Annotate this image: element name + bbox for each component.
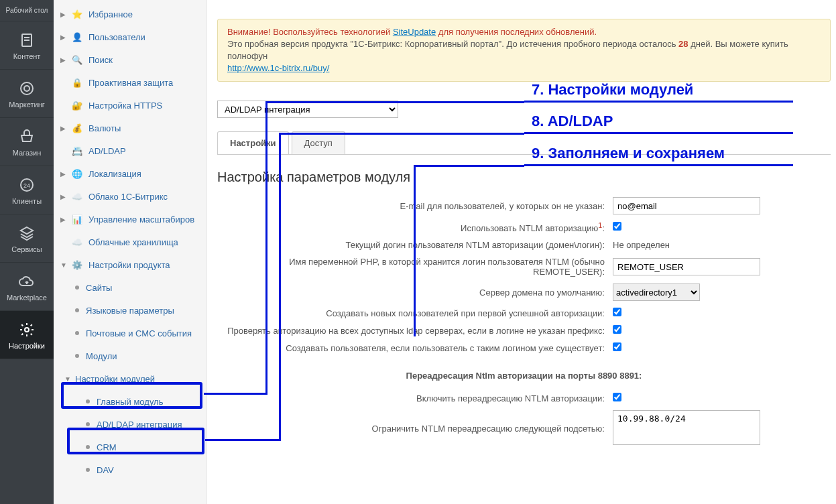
nav-mail-sms[interactable]: Почтовые и СМС события (54, 322, 206, 344)
cloud-icon: ☁️ (71, 190, 83, 202)
svg-point-7 (25, 328, 29, 332)
subnet-textarea[interactable]: 10.99.88.0/24 (613, 410, 760, 445)
nav-dav[interactable]: DAV (54, 458, 206, 481)
nav-currency[interactable]: ▶💰Валюты (54, 117, 206, 139)
rail-services[interactable]: Сервисы (0, 214, 54, 263)
nav-cloud[interactable]: ▶☁️Облако 1С-Битрикс (54, 185, 206, 208)
star-icon: ⭐ (71, 8, 83, 20)
gear-icon (19, 322, 35, 338)
nav-modules[interactable]: Модули (54, 344, 206, 367)
annotation-8-line (524, 132, 793, 134)
svg-text:24: 24 (23, 182, 30, 189)
subnet-label: Ограничить NTLM переадресацию следующей … (217, 424, 613, 434)
email-input[interactable] (613, 197, 760, 214)
check-all-checkbox[interactable] (613, 325, 621, 334)
create-exist-label: Создавать пользователя, если пользовател… (217, 343, 613, 353)
nav-localization[interactable]: ▶🌐Локализация (54, 162, 206, 185)
gear2-icon: ⚙️ (71, 259, 83, 271)
layers-icon (19, 225, 35, 241)
search-icon: 🔍 (71, 54, 83, 66)
scale-icon: 📊 (71, 213, 83, 225)
nav-security[interactable]: 🔒Проактивная защита (54, 71, 206, 94)
cloud2-icon: ☁️ (71, 236, 83, 248)
lock-icon: 🔒 (71, 76, 83, 88)
current-login-value: Не определен (613, 240, 831, 250)
nav-scale[interactable]: ▶📊Управление масштабиров (54, 208, 206, 231)
nav-https[interactable]: 🔐Настройка HTTPS (54, 94, 206, 117)
section-title: Настройка параметров модуля (217, 170, 831, 185)
annotation-7: 7. Настройки модулей (532, 81, 693, 99)
svg-point-3 (21, 82, 33, 94)
nav-users[interactable]: ▶👤Пользователи (54, 25, 206, 48)
ntlm-checkbox[interactable] (613, 222, 621, 231)
user-icon: 👤 (71, 31, 83, 43)
cloud-up-icon (19, 273, 35, 290)
ntlm-redirect-heading: Переадресация Ntlm авторизации на порты … (217, 371, 831, 381)
target-icon (19, 80, 35, 97)
alert-banner: Внимание! Воспользуйтесь технологией Sit… (217, 19, 831, 82)
annotation-7-line (524, 101, 793, 103)
rail-settings[interactable]: Настройки (0, 311, 54, 359)
nav-adldap[interactable]: 📇AD/LDAP (54, 139, 206, 162)
nav-search[interactable]: ▶🔍Поиск (54, 48, 206, 71)
rail-desktop[interactable]: Рабочий стол (0, 0, 54, 21)
clock-icon: 24 (19, 177, 35, 193)
hl-module-settings (61, 382, 202, 409)
buy-link[interactable]: http://www.1c-bitrix.ru/buy/ (227, 63, 329, 73)
rail-shop[interactable]: Магазин (0, 118, 54, 166)
left-rail: Рабочий стол Контент Маркетинг Магазин 2… (0, 0, 54, 504)
tab-access[interactable]: Доступ (292, 131, 345, 154)
hl-adldap-integration (67, 428, 204, 454)
ldap-icon: 📇 (71, 145, 83, 157)
lock-blue-icon: 🔐 (71, 99, 83, 111)
annotation-9: 9. Заполняем и сохраняем (532, 145, 725, 162)
rail-clients[interactable]: 24Клиенты (0, 166, 54, 214)
rail-marketplace[interactable]: Marketplace (0, 263, 54, 311)
svg-point-4 (24, 86, 29, 91)
create-exist-checkbox[interactable] (613, 342, 621, 351)
annotation-9-line (524, 164, 793, 166)
main-area: Внимание! Воспользуйтесь технологией Sit… (206, 0, 836, 504)
siteupdate-link[interactable]: SiteUpdate (393, 27, 436, 37)
doc-icon (19, 32, 35, 48)
rail-content[interactable]: Контент (0, 21, 54, 70)
annotation-8: 8. AD/LDAP (532, 113, 613, 130)
nav-sites[interactable]: Сайты (54, 276, 206, 299)
nav-favorites[interactable]: ▶⭐Избранное (54, 3, 206, 25)
settings-form: E-mail для пользователей, у которых он н… (217, 197, 831, 447)
nav-product-settings[interactable]: ▼⚙️Настройки продукта (54, 253, 206, 276)
nav-lang[interactable]: Языковые параметры (54, 299, 206, 322)
tabbar: Настройки Доступ (217, 131, 831, 155)
redirect-label: Включить переадресацию NTLM авторизации: (217, 393, 613, 403)
globe-icon: 🌐 (71, 168, 83, 180)
coin-icon: 💰 (71, 122, 83, 134)
redirect-checkbox[interactable] (613, 393, 621, 401)
create-users-checkbox[interactable] (613, 308, 621, 316)
basket-icon (19, 129, 35, 145)
tab-settings[interactable]: Настройки (217, 131, 289, 154)
nav-storage[interactable]: ☁️Облачные хранилища (54, 231, 206, 253)
php-var-input[interactable] (613, 258, 760, 275)
server-select[interactable]: activedirectory1 (613, 284, 700, 301)
rail-marketing[interactable]: Маркетинг (0, 70, 54, 118)
